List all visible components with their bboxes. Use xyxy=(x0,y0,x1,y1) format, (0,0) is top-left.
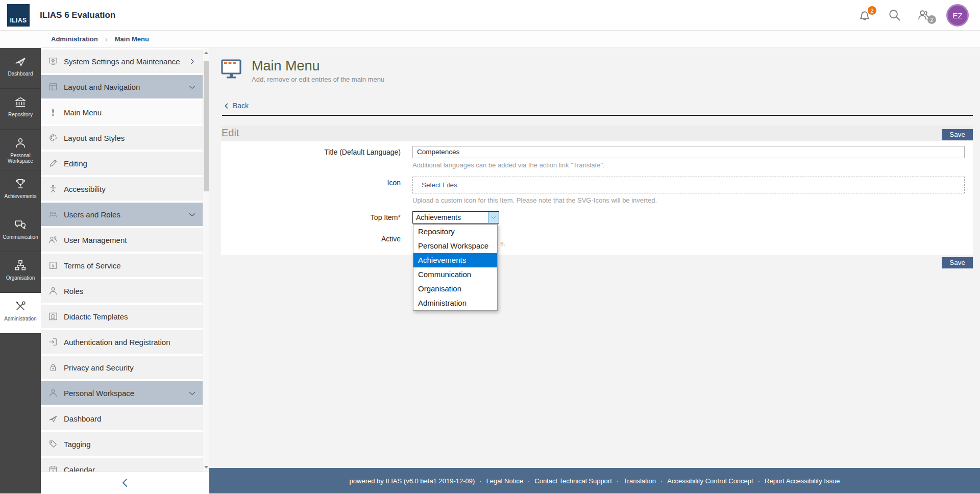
scrollbar-down-arrow[interactable] xyxy=(203,463,209,471)
rail-label: Dashboard xyxy=(7,71,34,77)
sidebar-item-layout-and-navigation[interactable]: Layout and Navigation xyxy=(41,75,203,98)
paper-plane-icon xyxy=(14,55,27,68)
sidebar-item-tagging[interactable]: Tagging xyxy=(41,432,203,456)
chevron-left-icon xyxy=(223,102,230,110)
rail-item-dashboard[interactable]: Dashboard xyxy=(0,48,41,89)
rail-item-administration[interactable]: Administration xyxy=(0,293,41,334)
rail-item-communication[interactable]: Communication xyxy=(0,211,41,252)
select-arrow-button[interactable] xyxy=(488,212,499,223)
sidebar-item-personal-workspace[interactable]: Personal Workspace xyxy=(41,381,203,405)
title-field-byline: Additional languages can be added via th… xyxy=(412,161,965,169)
sidebar-item-label: Editing xyxy=(64,159,197,168)
palette-icon xyxy=(48,133,58,143)
avatar[interactable]: EZ xyxy=(946,4,969,27)
chevron-down-icon xyxy=(188,83,197,91)
sidebar-item-label: Dashboard xyxy=(64,414,197,423)
powered-by-text: powered by ILIAS (v6.0 beta1 2019-12-09) xyxy=(350,477,475,485)
select-files-button[interactable]: Select Files xyxy=(422,181,457,189)
footer-separator: · xyxy=(617,477,619,485)
option-organisation[interactable]: Organisation xyxy=(413,282,497,296)
ilias-window: ILIAS ILIAS 6 Evaluation 2 2 EZ Administ… xyxy=(0,0,980,494)
footer-separator: · xyxy=(528,477,530,485)
save-button-bottom[interactable]: Save xyxy=(942,257,973,268)
scrollbar-thumb[interactable] xyxy=(204,61,209,191)
sidebar-scrollbar[interactable] xyxy=(203,48,209,472)
sidebar-item-privacy-and-security[interactable]: Privacy and Security xyxy=(41,356,203,379)
footer-separator: · xyxy=(758,477,760,485)
option-administration[interactable]: Administration xyxy=(413,296,497,310)
scrollbar-up-arrow[interactable] xyxy=(203,49,209,56)
sidebar-item-didactic-templates[interactable]: Didactic Templates xyxy=(41,305,203,328)
footer-link-accessibility-concept[interactable]: Accessibility Control Concept xyxy=(667,477,753,485)
chevron-down-icon xyxy=(188,210,197,219)
option-personal-workspace[interactable]: Personal Workspace xyxy=(413,239,497,253)
sidebar-item-label: Layout and Navigation xyxy=(64,83,188,91)
ilias-logo[interactable]: ILIAS xyxy=(7,4,30,27)
option-repository[interactable]: Repository xyxy=(413,225,497,239)
chevron-down-icon xyxy=(491,214,497,220)
sidebar-item-label: Users and Roles xyxy=(64,210,188,219)
sidebar-item-label: Didactic Templates xyxy=(64,312,197,321)
active-field-byline-fragment: s. xyxy=(500,239,505,247)
icon-dropzone[interactable]: Select Files xyxy=(412,177,965,193)
edit-section-header: Edit Save xyxy=(221,126,973,141)
sidebar-item-users-and-roles[interactable]: Users and Roles xyxy=(41,203,203,226)
footer-link-legal-notice[interactable]: Legal Notice xyxy=(486,477,523,485)
sidebar-item-label: User Management xyxy=(64,236,197,244)
breadcrumb-main-menu[interactable]: Main Menu xyxy=(115,35,149,43)
paper-plane-icon xyxy=(48,413,58,424)
sidebar-item-layout-and-styles[interactable]: Layout and Styles xyxy=(41,126,203,150)
icon-field-label: Icon xyxy=(221,177,401,189)
sidebar-item-label: Terms of Service xyxy=(64,261,197,270)
sidebar-collapse-button[interactable] xyxy=(41,472,209,493)
back-link[interactable]: Back xyxy=(223,102,249,110)
monitor-menu-icon xyxy=(221,59,243,80)
rail-label: Achievements xyxy=(4,193,38,199)
sidebar-item-system-settings[interactable]: System Settings and Maintenance xyxy=(41,50,203,73)
footer-link-translation[interactable]: Translation xyxy=(623,477,656,485)
sidebar-item-label: Authentication and Registration xyxy=(64,338,197,347)
contacts-button[interactable]: 2 xyxy=(917,8,932,23)
top-item-select[interactable]: Achievements Repository Personal Workspa… xyxy=(412,211,499,224)
sidebar-item-roles[interactable]: Roles xyxy=(41,279,203,303)
option-communication[interactable]: Communication xyxy=(413,267,497,282)
sidebar-item-authentication[interactable]: Authentication and Registration xyxy=(41,330,203,354)
breadcrumb-administration[interactable]: Administration xyxy=(51,35,98,43)
crossed-tools-icon xyxy=(14,300,27,313)
sidebar-item-accessibility[interactable]: Accessibility xyxy=(41,177,203,201)
rail-item-organisation[interactable]: Organisation xyxy=(0,252,41,293)
chevron-down-icon xyxy=(188,389,197,398)
sidebar-item-main-menu[interactable]: Main Menu xyxy=(41,101,203,124)
rail-item-personal-workspace[interactable]: Personal Workspace xyxy=(0,130,41,170)
main-content: Main Menu Add, remove or edit entries of… xyxy=(209,48,980,493)
section-title: Edit xyxy=(221,127,239,139)
sidebar-item-terms-of-service[interactable]: Terms of Service xyxy=(41,254,203,277)
save-button-top[interactable]: Save xyxy=(942,129,973,140)
sidebar-item-calendar[interactable]: Calendar xyxy=(41,458,203,472)
login-icon xyxy=(48,337,58,347)
sidebar-item-dashboard[interactable]: Dashboard xyxy=(41,407,203,430)
footer-link-contact-support[interactable]: Contact Technical Support xyxy=(534,477,612,485)
sidebar-item-editing[interactable]: Editing xyxy=(41,152,203,175)
chat-icon xyxy=(14,218,27,231)
sidebar-item-label: Accessibility xyxy=(64,185,197,193)
rail-item-achievements[interactable]: Achievements xyxy=(0,170,41,211)
breadcrumb-chevron-icon: › xyxy=(105,35,108,43)
notifications-button[interactable]: 2 xyxy=(857,8,873,23)
top-item-selected-value: Achievements xyxy=(413,212,488,223)
sidebar-item-label: System Settings and Maintenance xyxy=(64,57,188,66)
trophy-icon xyxy=(14,177,27,190)
search-button[interactable] xyxy=(887,8,902,23)
option-achievements[interactable]: Achievements xyxy=(413,253,497,267)
title-input[interactable] xyxy=(412,146,965,158)
sidebar-list: System Settings and Maintenance Layout a… xyxy=(41,48,203,472)
accessibility-icon xyxy=(48,184,58,194)
sidebar-item-user-management[interactable]: User Management xyxy=(41,228,203,252)
topbar-actions: 2 2 EZ xyxy=(857,0,969,31)
contacts-badge: 2 xyxy=(927,15,936,24)
title-field-label: Title (Default Language) xyxy=(221,146,401,158)
rail-item-repository[interactable]: Repository xyxy=(0,89,41,130)
notifications-badge: 2 xyxy=(868,6,876,15)
sidebar-item-label: Main Menu xyxy=(64,108,197,117)
footer-link-report-accessibility[interactable]: Report Accessibility Issue xyxy=(765,477,840,485)
